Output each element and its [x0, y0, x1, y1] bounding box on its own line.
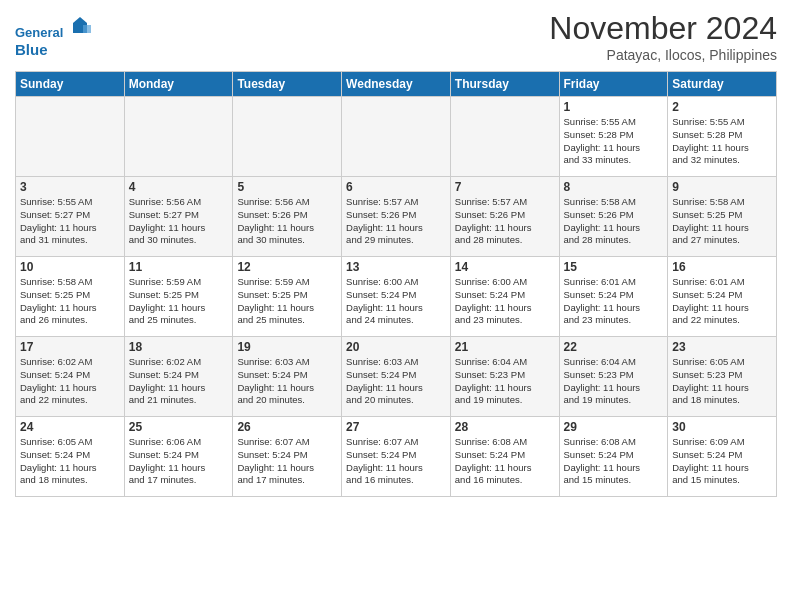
day-number: 18 [129, 340, 229, 354]
table-row: 25Sunrise: 6:06 AM Sunset: 5:24 PM Dayli… [124, 417, 233, 497]
logo-icon [69, 15, 91, 37]
day-number: 5 [237, 180, 337, 194]
day-number: 1 [564, 100, 664, 114]
col-friday: Friday [559, 72, 668, 97]
table-row: 6Sunrise: 5:57 AM Sunset: 5:26 PM Daylig… [342, 177, 451, 257]
day-info: Sunrise: 6:08 AM Sunset: 5:24 PM Dayligh… [564, 436, 664, 487]
table-row: 4Sunrise: 5:56 AM Sunset: 5:27 PM Daylig… [124, 177, 233, 257]
day-number: 13 [346, 260, 446, 274]
month-title: November 2024 [549, 10, 777, 47]
calendar-week-row: 24Sunrise: 6:05 AM Sunset: 5:24 PM Dayli… [16, 417, 777, 497]
day-number: 21 [455, 340, 555, 354]
table-row: 23Sunrise: 6:05 AM Sunset: 5:23 PM Dayli… [668, 337, 777, 417]
day-info: Sunrise: 6:06 AM Sunset: 5:24 PM Dayligh… [129, 436, 229, 487]
day-info: Sunrise: 6:05 AM Sunset: 5:24 PM Dayligh… [20, 436, 120, 487]
col-wednesday: Wednesday [342, 72, 451, 97]
calendar-week-row: 1Sunrise: 5:55 AM Sunset: 5:28 PM Daylig… [16, 97, 777, 177]
day-info: Sunrise: 6:07 AM Sunset: 5:24 PM Dayligh… [346, 436, 446, 487]
day-info: Sunrise: 5:57 AM Sunset: 5:26 PM Dayligh… [346, 196, 446, 247]
col-thursday: Thursday [450, 72, 559, 97]
svg-marker-1 [83, 25, 91, 33]
page: General Blue November 2024 Patayac, Iloc… [0, 0, 792, 612]
day-info: Sunrise: 6:09 AM Sunset: 5:24 PM Dayligh… [672, 436, 772, 487]
day-number: 7 [455, 180, 555, 194]
day-number: 12 [237, 260, 337, 274]
calendar-table: Sunday Monday Tuesday Wednesday Thursday… [15, 71, 777, 497]
day-number: 2 [672, 100, 772, 114]
calendar-week-row: 10Sunrise: 5:58 AM Sunset: 5:25 PM Dayli… [16, 257, 777, 337]
day-number: 4 [129, 180, 229, 194]
day-number: 20 [346, 340, 446, 354]
table-row [233, 97, 342, 177]
calendar-week-row: 3Sunrise: 5:55 AM Sunset: 5:27 PM Daylig… [16, 177, 777, 257]
table-row: 7Sunrise: 5:57 AM Sunset: 5:26 PM Daylig… [450, 177, 559, 257]
table-row: 9Sunrise: 5:58 AM Sunset: 5:25 PM Daylig… [668, 177, 777, 257]
table-row: 15Sunrise: 6:01 AM Sunset: 5:24 PM Dayli… [559, 257, 668, 337]
table-row: 3Sunrise: 5:55 AM Sunset: 5:27 PM Daylig… [16, 177, 125, 257]
table-row: 28Sunrise: 6:08 AM Sunset: 5:24 PM Dayli… [450, 417, 559, 497]
day-info: Sunrise: 6:07 AM Sunset: 5:24 PM Dayligh… [237, 436, 337, 487]
table-row [450, 97, 559, 177]
table-row: 27Sunrise: 6:07 AM Sunset: 5:24 PM Dayli… [342, 417, 451, 497]
location-subtitle: Patayac, Ilocos, Philippines [549, 47, 777, 63]
calendar-week-row: 17Sunrise: 6:02 AM Sunset: 5:24 PM Dayli… [16, 337, 777, 417]
table-row: 1Sunrise: 5:55 AM Sunset: 5:28 PM Daylig… [559, 97, 668, 177]
table-row [124, 97, 233, 177]
day-info: Sunrise: 5:55 AM Sunset: 5:28 PM Dayligh… [564, 116, 664, 167]
day-info: Sunrise: 6:03 AM Sunset: 5:24 PM Dayligh… [237, 356, 337, 407]
logo-blue: Blue [15, 41, 91, 59]
table-row: 19Sunrise: 6:03 AM Sunset: 5:24 PM Dayli… [233, 337, 342, 417]
day-number: 11 [129, 260, 229, 274]
table-row: 22Sunrise: 6:04 AM Sunset: 5:23 PM Dayli… [559, 337, 668, 417]
day-number: 26 [237, 420, 337, 434]
table-row: 14Sunrise: 6:00 AM Sunset: 5:24 PM Dayli… [450, 257, 559, 337]
col-tuesday: Tuesday [233, 72, 342, 97]
table-row: 16Sunrise: 6:01 AM Sunset: 5:24 PM Dayli… [668, 257, 777, 337]
day-number: 8 [564, 180, 664, 194]
day-number: 17 [20, 340, 120, 354]
table-row: 26Sunrise: 6:07 AM Sunset: 5:24 PM Dayli… [233, 417, 342, 497]
table-row: 20Sunrise: 6:03 AM Sunset: 5:24 PM Dayli… [342, 337, 451, 417]
day-number: 22 [564, 340, 664, 354]
day-info: Sunrise: 5:55 AM Sunset: 5:28 PM Dayligh… [672, 116, 772, 167]
logo-general: General [15, 25, 63, 40]
col-saturday: Saturday [668, 72, 777, 97]
table-row: 24Sunrise: 6:05 AM Sunset: 5:24 PM Dayli… [16, 417, 125, 497]
day-number: 25 [129, 420, 229, 434]
col-sunday: Sunday [16, 72, 125, 97]
table-row [16, 97, 125, 177]
table-row: 8Sunrise: 5:58 AM Sunset: 5:26 PM Daylig… [559, 177, 668, 257]
day-info: Sunrise: 6:04 AM Sunset: 5:23 PM Dayligh… [455, 356, 555, 407]
table-row: 29Sunrise: 6:08 AM Sunset: 5:24 PM Dayli… [559, 417, 668, 497]
table-row: 11Sunrise: 5:59 AM Sunset: 5:25 PM Dayli… [124, 257, 233, 337]
day-info: Sunrise: 6:00 AM Sunset: 5:24 PM Dayligh… [455, 276, 555, 327]
day-number: 23 [672, 340, 772, 354]
table-row: 12Sunrise: 5:59 AM Sunset: 5:25 PM Dayli… [233, 257, 342, 337]
logo: General Blue [15, 15, 91, 59]
day-info: Sunrise: 5:59 AM Sunset: 5:25 PM Dayligh… [129, 276, 229, 327]
table-row: 2Sunrise: 5:55 AM Sunset: 5:28 PM Daylig… [668, 97, 777, 177]
day-info: Sunrise: 6:00 AM Sunset: 5:24 PM Dayligh… [346, 276, 446, 327]
day-info: Sunrise: 6:01 AM Sunset: 5:24 PM Dayligh… [564, 276, 664, 327]
day-info: Sunrise: 5:59 AM Sunset: 5:25 PM Dayligh… [237, 276, 337, 327]
day-number: 27 [346, 420, 446, 434]
table-row [342, 97, 451, 177]
day-info: Sunrise: 6:05 AM Sunset: 5:23 PM Dayligh… [672, 356, 772, 407]
table-row: 18Sunrise: 6:02 AM Sunset: 5:24 PM Dayli… [124, 337, 233, 417]
day-info: Sunrise: 5:58 AM Sunset: 5:26 PM Dayligh… [564, 196, 664, 247]
table-row: 13Sunrise: 6:00 AM Sunset: 5:24 PM Dayli… [342, 257, 451, 337]
day-number: 19 [237, 340, 337, 354]
day-info: Sunrise: 5:57 AM Sunset: 5:26 PM Dayligh… [455, 196, 555, 247]
day-number: 29 [564, 420, 664, 434]
day-number: 30 [672, 420, 772, 434]
day-number: 15 [564, 260, 664, 274]
day-info: Sunrise: 5:56 AM Sunset: 5:27 PM Dayligh… [129, 196, 229, 247]
day-number: 6 [346, 180, 446, 194]
day-number: 16 [672, 260, 772, 274]
day-info: Sunrise: 6:02 AM Sunset: 5:24 PM Dayligh… [20, 356, 120, 407]
day-number: 28 [455, 420, 555, 434]
day-number: 9 [672, 180, 772, 194]
day-info: Sunrise: 5:56 AM Sunset: 5:26 PM Dayligh… [237, 196, 337, 247]
day-info: Sunrise: 6:08 AM Sunset: 5:24 PM Dayligh… [455, 436, 555, 487]
day-info: Sunrise: 6:01 AM Sunset: 5:24 PM Dayligh… [672, 276, 772, 327]
